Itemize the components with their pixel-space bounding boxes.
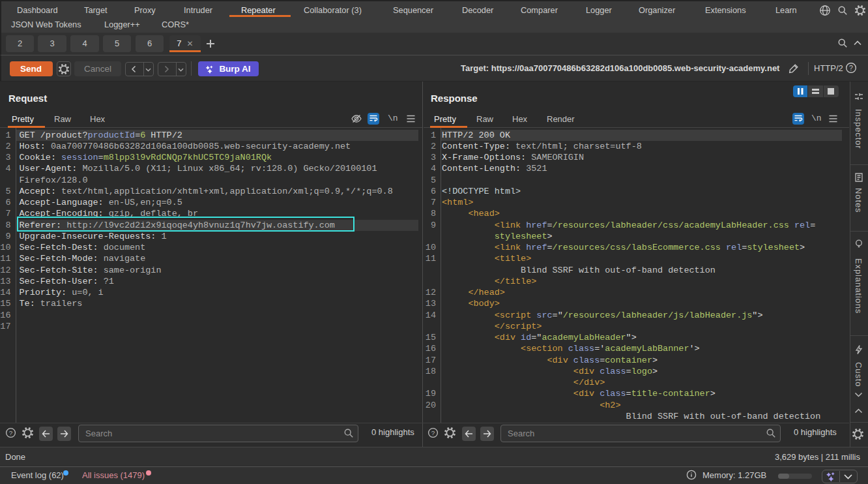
svg-text:?: ? <box>9 429 13 436</box>
svg-text:?: ? <box>849 64 853 72</box>
svg-text:?: ? <box>431 429 435 436</box>
